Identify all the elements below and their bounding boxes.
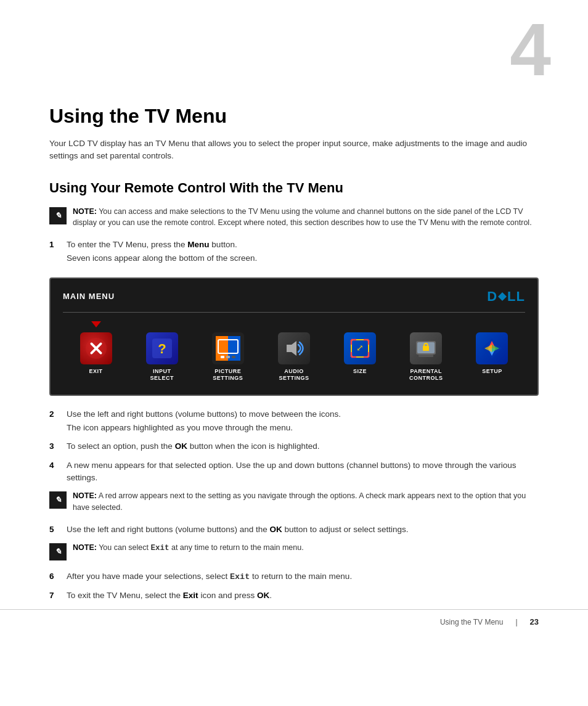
dell-logo: D LL [487, 289, 525, 305]
size-label: SIZE [353, 368, 367, 376]
note-icon-2: ✎ [49, 491, 67, 509]
svg-marker-0 [498, 292, 507, 301]
section-title: Using Your Remote Control With the TV Me… [49, 180, 539, 196]
chapter-number: 4 [510, 12, 551, 86]
svg-rect-9 [221, 356, 224, 358]
step-1: 1 To enter the TV Menu, press the Menu b… [49, 239, 539, 265]
input-label: INPUTSELECT [150, 368, 174, 382]
setup-icon [476, 332, 508, 364]
steps-list-2: 2 Use the left and right buttons (volume… [49, 408, 539, 484]
note-text-2: NOTE: A red arrow appears next to the se… [73, 490, 539, 514]
step-7: 7 To exit the TV Menu, select the Exit i… [49, 589, 539, 602]
size-icon-svg: ⤢ [348, 336, 372, 361]
step-3: 3 To select an option, push the OK butto… [49, 440, 539, 453]
tv-menu-title: MAIN MENU [63, 292, 115, 301]
tv-menu-divider [63, 312, 525, 313]
svg-rect-11 [232, 356, 235, 358]
svg-rect-26 [423, 346, 429, 351]
page-container: 4 Using the TV Menu Your LCD TV display … [0, 0, 588, 645]
steps-list-3: 5 Use the left and right buttons (volume… [49, 523, 539, 536]
note-icon-1: ✎ [49, 207, 67, 224]
step-4: 4 A new menu appears for that selected o… [49, 459, 539, 485]
parental-label: PARENTALCONTROLS [409, 368, 443, 382]
note-text-3: NOTE: You can select Exit at any time to… [73, 542, 304, 554]
note-text-1: NOTE: You can access and make selections… [73, 206, 539, 229]
picture-icon [212, 332, 244, 364]
size-icon: ⤢ [344, 332, 376, 364]
tv-menu-header: MAIN MENU D LL [63, 289, 525, 305]
steps-list-4: 6 After you have made your selections, s… [49, 570, 539, 602]
tv-menu-item-exit: EXIT [75, 321, 118, 376]
tv-menu-item-setup: SETUP [470, 321, 513, 376]
tv-menu-item-input: ? INPUTSELECT [141, 321, 184, 382]
step-5: 5 Use the left and right buttons (volume… [49, 523, 539, 536]
footer-section: Using the TV Menu [440, 618, 504, 626]
input-icon-svg: ? [150, 336, 174, 361]
page-title: Using the TV Menu [49, 105, 539, 128]
tv-menu-item-size: ⤢ SIZE [338, 321, 382, 376]
svg-rect-10 [226, 356, 230, 358]
tv-menu-box: MAIN MENU D LL [49, 277, 539, 396]
svg-text:?: ? [158, 341, 166, 356]
svg-rect-25 [419, 355, 433, 357]
input-icon: ? [146, 332, 178, 364]
tv-menu-item-picture: PICTURESETTINGS [206, 321, 250, 382]
svg-text:⤢: ⤢ [356, 343, 364, 353]
exit-icon [80, 332, 112, 364]
setup-icon-svg [480, 336, 504, 361]
footer-divider: | [515, 618, 517, 626]
svg-marker-12 [287, 341, 296, 356]
footer-page: 23 [530, 617, 539, 626]
parental-icon [410, 332, 442, 364]
page-footer: Using the TV Menu | 23 [0, 609, 588, 626]
tv-menu-item-parental: PARENTALCONTROLS [404, 321, 447, 382]
note-icon-3: ✎ [49, 543, 67, 560]
dell-diamond-icon [498, 292, 507, 301]
note-box-2: ✎ NOTE: A red arrow appears next to the … [49, 490, 539, 514]
step-2: 2 Use the left and right buttons (volume… [49, 408, 539, 435]
picture-label: PICTURESETTINGS [213, 368, 243, 382]
tv-menu-item-audio: AUDIOSETTINGS [272, 321, 316, 382]
note-box-1: ✎ NOTE: You can access and make selectio… [49, 206, 539, 229]
steps-list: 1 To enter the TV Menu, press the Menu b… [49, 239, 539, 265]
exit-label: EXIT [89, 368, 103, 376]
red-arrow-indicator [91, 321, 101, 327]
audio-icon-svg [282, 336, 306, 361]
audio-icon [278, 332, 310, 364]
tv-menu-icons: EXIT ? INPUTSELECT [63, 321, 525, 382]
picture-icon-svg [216, 336, 240, 361]
note-box-3: ✎ NOTE: You can select Exit at any time … [49, 542, 539, 560]
step-6: 6 After you have made your selections, s… [49, 570, 539, 583]
parental-icon-svg [414, 336, 438, 361]
exit-icon-svg [84, 337, 108, 360]
intro-text: Your LCD TV display has an TV Menu that … [49, 138, 539, 163]
audio-label: AUDIOSETTINGS [279, 368, 309, 382]
setup-label: SETUP [482, 368, 502, 376]
